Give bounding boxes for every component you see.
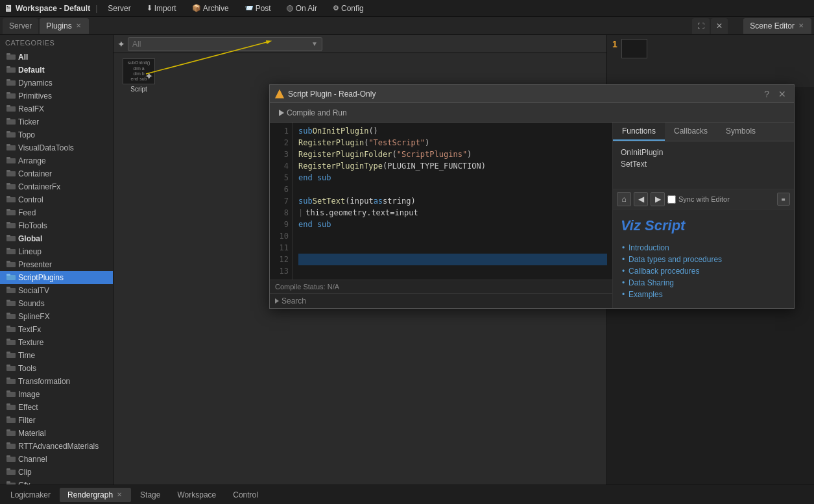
plugin-search-input[interactable] <box>132 40 311 49</box>
sidebar-item-ticker[interactable]: Ticker <box>0 115 113 128</box>
code-content[interactable]: sub OnInitPlugin() RegisterPlugin("TestS… <box>293 123 612 280</box>
tab-symbols[interactable]: Symbols <box>717 123 765 141</box>
sidebar-item-effect[interactable]: Effect <box>0 401 113 414</box>
sidebar-item-material[interactable]: Material <box>0 427 113 440</box>
sidebar-item-containerfx[interactable]: ContainerFx <box>0 180 113 193</box>
function-item-oninitplugin[interactable]: OnInitPlugin <box>618 147 789 158</box>
sidebar-item-channel[interactable]: Channel <box>0 453 113 466</box>
line-number: 7 <box>270 195 293 207</box>
sidebar-item-sounds[interactable]: Sounds <box>0 297 113 310</box>
sidebar-item-dynamics[interactable]: Dynamics <box>0 77 113 90</box>
svg-rect-27 <box>6 222 10 224</box>
tab-functions[interactable]: Functions <box>613 123 665 141</box>
bottom-tab-stage[interactable]: Stage <box>132 488 168 502</box>
line-number: 9 <box>270 219 293 230</box>
sidebar-item-lineup[interactable]: Lineup <box>0 245 113 258</box>
post-menu[interactable]: 📨 Post <box>239 3 276 14</box>
sidebar-item-visualdatatools[interactable]: VisualDataTools <box>0 141 113 154</box>
sidebar-item-image[interactable]: Image <box>0 388 113 401</box>
svg-rect-5 <box>6 79 10 81</box>
sidebar-item-splinefx[interactable]: SplineFX <box>0 310 113 323</box>
sidebar-item-tools[interactable]: Tools <box>0 362 113 375</box>
sidebar-item-container[interactable]: Container <box>0 167 113 180</box>
tab-scene-editor[interactable]: Scene Editor ✕ <box>743 18 811 34</box>
sidebar-item-textfx[interactable]: TextFx <box>0 323 113 336</box>
sidebar-label-channel: Channel <box>18 455 47 464</box>
folder-icon-socialtv <box>6 286 16 295</box>
svg-rect-9 <box>6 105 10 107</box>
sidebar-item-default[interactable]: Default <box>0 64 113 77</box>
import-menu[interactable]: ⬇ Import <box>141 3 182 14</box>
code-line: end sub <box>298 219 607 230</box>
sidebar-item-rttadvancedmaterials[interactable]: RTTAdvancedMaterials <box>0 440 113 453</box>
bottom-tab-rendergraph-close[interactable]: ✕ <box>115 491 123 498</box>
sidebar-label-effect: Effect <box>18 403 38 412</box>
nav-extra-button[interactable]: ≡ <box>777 193 790 206</box>
viz-link-introduction[interactable]: Introduction <box>621 242 786 254</box>
tab-scene-editor-close[interactable]: ✕ <box>797 22 805 29</box>
tab-expand[interactable]: ⛶ <box>692 18 710 34</box>
viz-link-examples[interactable]: Examples <box>621 289 786 300</box>
folder-icon-effect <box>6 403 16 412</box>
svg-rect-10 <box>6 119 16 125</box>
bottom-tab-control[interactable]: Control <box>225 488 266 502</box>
dialog-help-button[interactable]: ? <box>761 89 772 99</box>
svg-rect-36 <box>6 288 16 293</box>
sidebar-item-presenter[interactable]: Presenter <box>0 258 113 271</box>
search-bar-bottom[interactable]: Search <box>270 293 612 308</box>
nav-prev-button[interactable]: ◀ <box>634 192 648 206</box>
dialog-close-button[interactable]: ✕ <box>776 89 789 99</box>
archive-menu[interactable]: 📦 Archive <box>187 3 234 14</box>
compile-run-button[interactable]: Compile and Run <box>275 107 351 119</box>
tab-plugins[interactable]: Plugins ✕ <box>40 18 88 34</box>
tab-close-panel[interactable]: ✕ <box>711 18 728 34</box>
sidebar-item-topo[interactable]: Topo <box>0 128 113 141</box>
sidebar-item-global[interactable]: Global <box>0 232 113 245</box>
viz-link-data-sharing[interactable]: Data Sharing <box>621 277 786 289</box>
sidebar-item-all[interactable]: All <box>0 51 113 64</box>
sidebar-item-realfx[interactable]: RealFX <box>0 102 113 115</box>
folder-icon-channel <box>6 455 16 464</box>
sidebar-item-texture[interactable]: Texture <box>0 336 113 349</box>
sidebar-item-arrange[interactable]: Arrange <box>0 154 113 167</box>
svg-rect-17 <box>6 157 10 159</box>
line-number: 3 <box>270 149 293 160</box>
tab-server[interactable]: Server <box>3 18 38 34</box>
sidebar-item-scriptplugins[interactable]: ScriptPlugins <box>0 271 113 284</box>
sidebar-label-socialtv: SocialTV <box>18 286 49 295</box>
viz-link-callback-procedures[interactable]: Callback procedures <box>621 265 786 277</box>
nav-home-button[interactable]: ⌂ <box>617 192 631 206</box>
bottom-tab-logicmaker[interactable]: Logicmaker <box>3 488 58 502</box>
server-menu[interactable]: Server <box>102 3 136 14</box>
sidebar-item-transformation[interactable]: Transformation <box>0 375 113 388</box>
function-item-settext[interactable]: SetText <box>618 158 789 170</box>
svg-rect-12 <box>6 132 16 138</box>
sidebar-item-gfx[interactable]: Gfx <box>0 479 113 485</box>
bottom-tab-rendergraph[interactable]: Rendergraph✕ <box>60 488 131 502</box>
sidebar-item-filter[interactable]: Filter <box>0 414 113 427</box>
tab-plugins-close[interactable]: ✕ <box>75 22 82 29</box>
sidebar-item-feed[interactable]: Feed <box>0 206 113 219</box>
svg-rect-52 <box>6 392 16 397</box>
code-line <box>298 265 607 277</box>
sidebar-label-filter: Filter <box>18 416 36 425</box>
plugin-search-bar[interactable]: ▼ <box>128 37 322 51</box>
sidebar-item-control[interactable]: Control <box>0 193 113 206</box>
nav-next-button[interactable]: ▶ <box>651 192 665 206</box>
sidebar-item-flotools[interactable]: FloTools <box>0 219 113 232</box>
config-menu[interactable]: ⚙ Config <box>328 3 369 14</box>
plugin-item-script[interactable]: subOnInit()dim adim bend sub ✦ Script <box>116 56 162 95</box>
sync-checkbox[interactable] <box>667 195 676 204</box>
line-number: 5 <box>270 172 293 184</box>
sidebar-item-clip[interactable]: Clip <box>0 466 113 479</box>
sidebar-item-time[interactable]: Time <box>0 349 113 362</box>
sidebar-item-primitives[interactable]: Primitives <box>0 90 113 102</box>
tab-callbacks[interactable]: Callbacks <box>665 123 717 141</box>
sidebar-label-realfx: RealFX <box>18 104 44 114</box>
sidebar-item-socialtv[interactable]: SocialTV <box>0 284 113 297</box>
sidebar-label-visualdatatools: VisualDataTools <box>18 143 74 152</box>
bottom-tab-workspace[interactable]: Workspace <box>169 488 224 502</box>
viz-link-data-types-and-procedures[interactable]: Data types and procedures <box>621 254 786 265</box>
onair-button[interactable]: On Air <box>281 3 322 14</box>
folder-icon-sounds <box>6 299 16 308</box>
